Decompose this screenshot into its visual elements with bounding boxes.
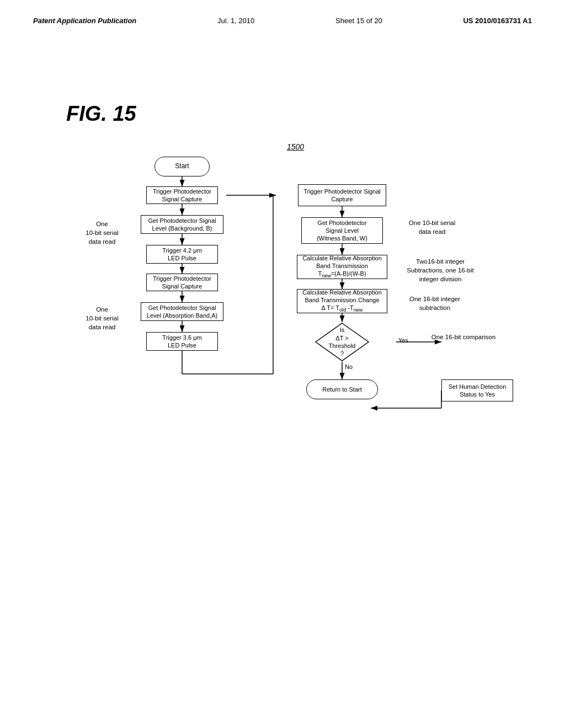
reference-number: 1500 [287,142,304,151]
page: Patent Application Publication Jul. 1, 2… [0,0,565,728]
return-start-box: Return to Start [306,379,378,399]
trigger-led36-box: Trigger 3.6 μmLED Pulse [146,332,218,351]
side-label-right-top: One 10-bit serialdata read [396,218,468,236]
get-abs-box: Get Photodetector SignalLevel (Absorptio… [141,302,223,321]
page-header: Patent Application Publication Jul. 1, 2… [33,17,532,25]
flowchart-arrows [55,137,530,550]
get-bg-box: Get Photodetector SignalLevel (Backgroun… [141,215,223,234]
trigger-right-box: Trigger Photodetector SignalCapture [298,184,386,206]
figure-title: FIG. 15 [66,102,532,126]
trigger2-box: Trigger PhotodetectorSignal Capture [146,274,218,291]
start-box: Start [154,157,210,176]
threshold-diamond: Is ΔT > Threshold ? [315,322,370,362]
side-label-right-mid: Two16-bit integerSubtractions, one 16-bi… [396,257,484,283]
side-label-left-top: One10-bit serialdata read [77,220,127,246]
get-witness-box: Get PhotodetectorSignal Level(Witness Ba… [301,217,383,244]
no-label: No [345,363,353,371]
trigger-led42-box: Trigger 4.2 μmLED Pulse [146,245,218,264]
publication-label: Patent Application Publication [33,17,136,25]
patent-number: US 2010/0163731 A1 [463,17,532,25]
trigger1-box: Trigger PhotodetectorSignal Capture [146,186,218,204]
flowchart-diagram: 1500 [55,137,530,550]
calc-change-box: Calculate Relative AbsorptionBand Transm… [297,289,387,313]
side-label-right-lower: One 16-bit integersubtraction [396,295,473,312]
yes-label: Yes [398,336,408,345]
side-label-right-compare: One 16-bit comparison [425,333,502,341]
side-label-left-bottom: One10-bit serialdata read [77,305,127,331]
date-label: Jul. 1, 2010 [217,17,254,25]
set-human-box: Set Human DetectionStatus to Yes [441,379,513,402]
sheet-label: Sheet 15 of 20 [335,17,382,25]
calc-trans-box: Calculate Relative AbsorptionBand Transm… [297,255,387,279]
